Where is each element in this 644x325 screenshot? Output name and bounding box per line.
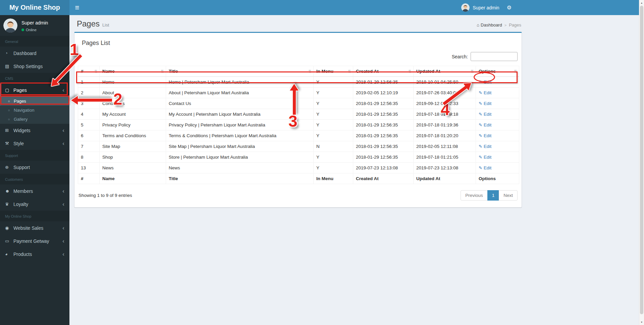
table-row: 1 Home Home | Petersham Liquor Mart Aust… bbox=[78, 77, 519, 88]
column-header-updated-at[interactable]: Updated At⇅ bbox=[414, 66, 476, 77]
column-header-options[interactable]: Options⇅ bbox=[476, 66, 519, 77]
sidebar-user-panel: Super admin Online bbox=[0, 15, 69, 36]
sidebar-item-widgets[interactable]: ⊞ Widgets ‹ bbox=[0, 124, 69, 137]
sort-icon: ⇅ bbox=[161, 69, 164, 74]
column-header-name[interactable]: Name⇅ bbox=[100, 66, 166, 77]
brand-logo[interactable]: My Online Shop bbox=[0, 0, 69, 15]
sidebar-item-loyalty[interactable]: ♛ Loyalty ‹ bbox=[0, 198, 69, 211]
grid-icon: ⊞ bbox=[5, 128, 13, 133]
pagination-next-button[interactable]: Next bbox=[499, 190, 518, 201]
settings-menu-button[interactable]: ⚙ bbox=[503, 0, 516, 15]
home-icon: ⌂ bbox=[477, 22, 479, 28]
column-header-in-menu[interactable]: In Menu⇅ bbox=[314, 66, 353, 77]
table-info: Showing 1 to 9 of 9 entries bbox=[78, 193, 132, 198]
edit-icon: ✎ bbox=[479, 90, 482, 95]
sidebar-subitem-gallery[interactable]: ○ Gallery bbox=[0, 115, 69, 124]
circle-icon: ○ bbox=[8, 100, 14, 103]
edit-icon: ✎ bbox=[479, 112, 482, 117]
sidebar-item-dashboard[interactable]: ◔ Dashboard bbox=[0, 47, 69, 60]
page-subtitle: List bbox=[102, 22, 109, 28]
search-input[interactable] bbox=[471, 52, 518, 61]
credit-card-icon: ▭ bbox=[5, 238, 13, 243]
user-avatar bbox=[461, 3, 470, 12]
edit-button[interactable]: ✎Edit bbox=[479, 122, 491, 127]
edit-button[interactable]: ✎Edit bbox=[479, 90, 491, 95]
circle-icon: ○ bbox=[8, 118, 14, 121]
scrollbar-thumb[interactable] bbox=[640, 6, 643, 314]
pagination-previous-button[interactable]: Previous bbox=[461, 190, 488, 201]
edit-icon: ✎ bbox=[479, 133, 482, 138]
dashboard-icon: ◔ bbox=[5, 51, 13, 56]
sort-icon: ⇅ bbox=[308, 69, 312, 74]
app-window: My Online Shop ≡ Super admin ⚙ Super adm… bbox=[0, 0, 644, 325]
sort-icon: ⇅ bbox=[514, 69, 517, 74]
edit-button[interactable]: ✎Edit bbox=[479, 165, 491, 170]
online-status-dot bbox=[21, 29, 24, 31]
sidebar-item-style[interactable]: ⚒ Style ‹ bbox=[0, 137, 69, 150]
chevron-left-icon: ‹ bbox=[62, 140, 64, 147]
chevron-left-icon: ‹ bbox=[62, 87, 64, 94]
edit-button[interactable]: ✎Edit bbox=[479, 144, 491, 149]
search-label: Search: bbox=[452, 54, 468, 59]
menu-header-general: General bbox=[0, 36, 69, 47]
table-row: 4 My Account My Account | Petersham Liqu… bbox=[78, 109, 519, 120]
pagination: Previous 1 Next bbox=[461, 190, 518, 201]
table-search-bar: Search: bbox=[78, 49, 518, 66]
table-row: 2 About About | Petersham Liquor Mart Au… bbox=[78, 88, 519, 98]
sidebar-item-shop-settings[interactable]: ▤ Shop Settings bbox=[0, 60, 69, 73]
table-footer-bar: Showing 1 to 9 of 9 entries Previous 1 N… bbox=[78, 184, 518, 204]
content-header: Pages List ⌂ Dashboard > Pages bbox=[74, 15, 522, 32]
pagination-page-1-button[interactable]: 1 bbox=[487, 190, 499, 201]
edit-button[interactable]: ✎Edit bbox=[479, 155, 491, 160]
users-icon: ☻ bbox=[5, 188, 13, 194]
column-header-id[interactable]: #⇅ bbox=[78, 66, 100, 77]
user-avatar bbox=[3, 18, 17, 33]
scroll-down-arrow[interactable]: ▼ bbox=[639, 320, 644, 325]
breadcrumb-dashboard-link[interactable]: ⌂ Dashboard bbox=[477, 22, 502, 28]
sidebar-item-members[interactable]: ☻ Members ‹ bbox=[0, 184, 69, 198]
table-row: 6 Terms and Conditions Terms & Condition… bbox=[78, 130, 519, 141]
table-footer-row: # Name Title In Menu Created At Updated … bbox=[78, 173, 519, 184]
sidebar-subitem-navigation[interactable]: ○ Navigation bbox=[0, 106, 69, 115]
sidebar-user-name: Super admin bbox=[21, 20, 48, 25]
table-row: 13 News News Y 2019-07-23 12:13:08 2019-… bbox=[78, 163, 519, 173]
menu-header-support: Support bbox=[0, 150, 69, 161]
eye-icon: ◉ bbox=[5, 225, 13, 230]
menu-header-my-online-shop: My Online Shop bbox=[0, 211, 69, 221]
table-header-row: #⇅ Name⇅ Title⇅ In Menu⇅ Created At⇅ Upd… bbox=[78, 66, 519, 77]
navbar-username: Super admin bbox=[473, 5, 499, 10]
sort-icon: ⇅ bbox=[348, 69, 351, 74]
sort-icon: ⇅ bbox=[94, 69, 98, 74]
edit-icon: ✎ bbox=[479, 101, 482, 106]
pages-submenu: ○ Pages ○ Navigation ○ Gallery bbox=[0, 97, 69, 124]
menu-header-customers: Customers bbox=[0, 174, 69, 184]
user-menu[interactable]: Super admin bbox=[458, 0, 502, 15]
sidebar-item-website-sales[interactable]: ◉ Website Sales ‹ bbox=[0, 221, 69, 234]
edit-button[interactable]: ✎Edit bbox=[479, 101, 491, 106]
edit-icon: ✎ bbox=[479, 79, 482, 85]
brand-label: My Online Shop bbox=[9, 4, 60, 11]
edit-button[interactable]: ✎Edit bbox=[479, 133, 491, 138]
scroll-up-arrow[interactable]: ▲ bbox=[639, 0, 644, 5]
edit-button[interactable]: ✎Edit bbox=[479, 79, 491, 85]
navbar-right: Super admin ⚙ bbox=[458, 0, 516, 15]
sidebar-subitem-pages[interactable]: ○ Pages bbox=[0, 97, 69, 106]
column-header-created-at[interactable]: Created At⇅ bbox=[353, 66, 414, 77]
sidebar-item-support[interactable]: ⊕ Support bbox=[0, 161, 69, 174]
online-status-label: Online bbox=[26, 28, 37, 32]
sidebar-item-pages[interactable]: ▢ Pages ‹ bbox=[0, 84, 69, 97]
breadcrumb: ⌂ Dashboard > Pages bbox=[477, 22, 521, 28]
chevron-left-icon: ‹ bbox=[62, 188, 64, 195]
life-ring-icon: ⊕ bbox=[5, 165, 13, 170]
wrench-icon: ⚒ bbox=[5, 141, 13, 146]
sort-icon: ⇅ bbox=[408, 69, 412, 74]
sidebar-item-products[interactable]: ◕ Products ‹ bbox=[0, 248, 69, 261]
sidebar-user-status[interactable]: Online bbox=[21, 28, 48, 32]
edit-button[interactable]: ✎Edit bbox=[479, 112, 491, 117]
sidebar-item-payment-getway[interactable]: ▭ Payment Getway ‹ bbox=[0, 234, 69, 248]
edit-icon: ✎ bbox=[479, 122, 482, 127]
column-header-title[interactable]: Title⇅ bbox=[166, 66, 314, 77]
sidebar-toggle-button[interactable]: ≡ bbox=[69, 0, 85, 15]
vertical-scrollbar[interactable]: ▲ ▼ bbox=[639, 0, 644, 325]
page-title: Pages bbox=[77, 19, 100, 29]
